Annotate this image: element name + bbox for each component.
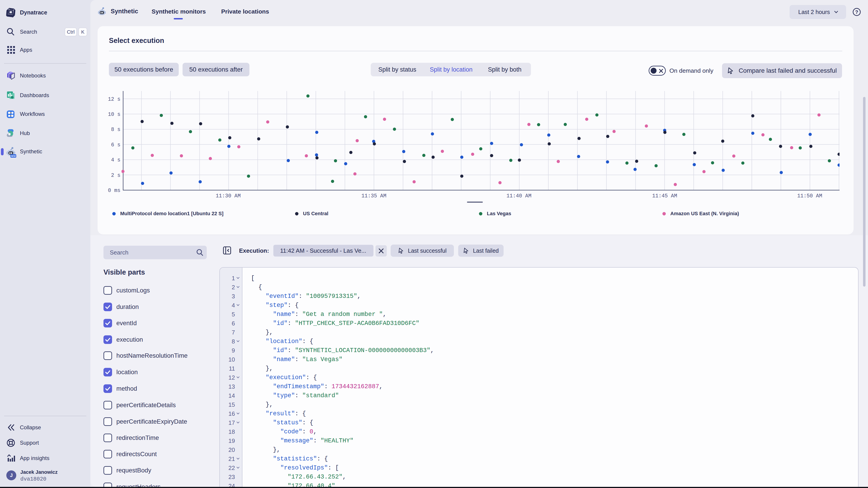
svg-text:12 s: 12 s <box>108 96 120 102</box>
svg-text:11:30 AM: 11:30 AM <box>216 193 241 199</box>
svg-text:?: ? <box>855 9 858 15</box>
svg-text:2 s: 2 s <box>111 172 120 178</box>
svg-text:11:35 AM: 11:35 AM <box>362 193 386 199</box>
svg-text:8 s: 8 s <box>111 127 120 133</box>
svg-text:10 s: 10 s <box>108 111 120 118</box>
svg-text:11:40 AM: 11:40 AM <box>506 193 531 199</box>
svg-text:4 s: 4 s <box>111 157 120 163</box>
svg-text:11:50 AM: 11:50 AM <box>797 193 822 199</box>
svg-text:6 s: 6 s <box>111 142 120 148</box>
svg-text:0 ms: 0 ms <box>108 188 120 194</box>
svg-text:11:45 AM: 11:45 AM <box>652 193 677 199</box>
